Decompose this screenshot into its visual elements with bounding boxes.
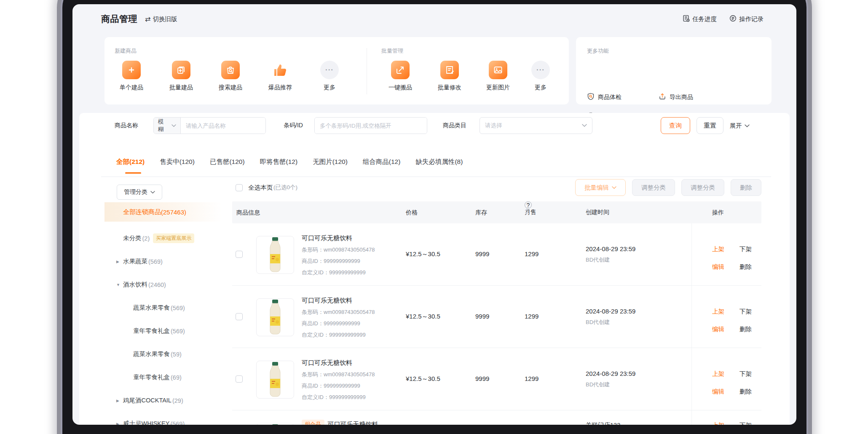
delist-product-link[interactable]: 下架 bbox=[739, 308, 752, 316]
tab-all[interactable]: 全部(212) bbox=[116, 158, 145, 166]
category-count: (569) bbox=[148, 258, 163, 265]
adjust-category-button-1[interactable]: 调整分类 bbox=[632, 179, 675, 196]
reset-button[interactable]: 重置 bbox=[697, 117, 723, 134]
category-name: 童年零食礼盒 bbox=[133, 373, 170, 381]
task-progress-link[interactable]: 任务进度 bbox=[683, 15, 717, 23]
select-all-label: 全选本页 bbox=[248, 184, 273, 192]
delist-product-link[interactable]: 下架 bbox=[739, 421, 752, 425]
product-name[interactable]: 可口可乐无糖饮料 bbox=[328, 421, 378, 425]
delete-product-link[interactable]: 删除 bbox=[739, 263, 752, 271]
sidebar-item-whiskey[interactable]: ▶ 威士忌WHISKEY (569) bbox=[104, 412, 223, 425]
search-button[interactable]: 查询 bbox=[661, 117, 690, 134]
tile-batch-edit[interactable]: 批量修改 bbox=[431, 61, 469, 91]
manage-category-button[interactable]: 管理分类 bbox=[117, 185, 162, 200]
edit-product-link[interactable]: 编辑 bbox=[712, 388, 724, 396]
product-info: 可口可乐无糖饮料 条形码：wm00987430505478 商品ID：99999… bbox=[302, 234, 375, 276]
product-image bbox=[256, 236, 294, 274]
sidebar-item-veg-fruit-snacks-2[interactable]: 蔬菜水果零食 (59) bbox=[104, 343, 223, 366]
sidebar-item-childhood-snack-box-2[interactable]: 童年零食礼盒 (69) bbox=[104, 366, 223, 389]
row-checkbox[interactable] bbox=[236, 313, 243, 320]
switch-old-version-link[interactable]: ⇄ 切换旧版 bbox=[145, 15, 177, 23]
tile-batch-more[interactable]: ··· 更多 bbox=[522, 61, 560, 91]
tab-sold-out[interactable]: 已售罄(120) bbox=[210, 158, 245, 166]
sidebar-item-uncategorized[interactable]: 未分类 (2) 买家端置底展示 bbox=[104, 227, 223, 250]
select-all-checkbox[interactable] bbox=[236, 184, 243, 191]
quick-actions-card: 新建商品 单个建品 批量建品 搜索建品 爆品推荐 ··· 更多 批量管理 一键搬… bbox=[104, 37, 569, 104]
list-product-link[interactable]: 上架 bbox=[712, 421, 724, 425]
product-name[interactable]: 可口可乐无糖饮料 bbox=[302, 297, 375, 305]
sidebar-item-fruits-vegetables[interactable]: ▶ 水果蔬菜 (569) bbox=[104, 250, 223, 273]
tile-label: 单个建品 bbox=[113, 84, 150, 91]
tab-no-image[interactable]: 无图片(120) bbox=[313, 158, 348, 166]
sidebar-item-childhood-snack-box-1[interactable]: 童年零食礼盒 (569) bbox=[104, 319, 223, 343]
product-name-input[interactable] bbox=[181, 118, 265, 134]
delete-button[interactable]: 删除 bbox=[731, 179, 761, 196]
barcode-input[interactable] bbox=[315, 118, 427, 134]
tile-update-images[interactable]: 更新图片 bbox=[479, 61, 517, 91]
custom-id-value: 999999999999 bbox=[329, 394, 366, 400]
barcode-label: 条码/ID bbox=[284, 122, 303, 129]
category-name: 鸡尾酒COCKTAIL bbox=[123, 396, 171, 405]
caret-right-icon[interactable]: ▶ bbox=[116, 399, 123, 403]
caret-right-icon[interactable]: ▶ bbox=[116, 260, 123, 264]
delete-product-link[interactable]: 删除 bbox=[739, 388, 752, 396]
row-checkbox[interactable] bbox=[236, 375, 243, 383]
delete-product-link[interactable]: 删除 bbox=[739, 325, 752, 333]
sidebar-item-all-chain-products[interactable]: 全部连锁商品(257463) bbox=[104, 202, 222, 222]
col-created-wrap: 创建时间 bbox=[586, 201, 609, 223]
product-info: 可口可乐无糖饮料 条形码：wm00987430505478 商品ID：99999… bbox=[302, 297, 375, 339]
delist-product-link[interactable]: 下架 bbox=[739, 370, 752, 378]
caret-down-icon[interactable]: ▼ bbox=[116, 283, 123, 287]
tile-hot-recommend[interactable]: 爆品推荐 bbox=[261, 61, 299, 91]
tile-create-search[interactable]: 搜索建品 bbox=[212, 61, 249, 91]
tile-move-products[interactable]: 一键搬品 bbox=[381, 61, 419, 91]
category-name: 未分类 bbox=[123, 234, 142, 242]
tab-on-sale[interactable]: 售卖中(120) bbox=[160, 158, 195, 166]
sort-icon[interactable] bbox=[586, 201, 589, 223]
sort-icon[interactable] bbox=[525, 201, 528, 223]
tile-label: 一键搬品 bbox=[381, 84, 419, 91]
category-count: (2) bbox=[142, 235, 150, 242]
tile-create-single[interactable]: 单个建品 bbox=[113, 61, 150, 91]
list-product-link[interactable]: 上架 bbox=[712, 370, 724, 378]
custom-id-value: 999999999999 bbox=[329, 332, 366, 338]
product-id-label: 商品ID： bbox=[302, 320, 324, 327]
product-name-input-group: 模糊 bbox=[153, 117, 266, 134]
sidebar-item-veg-fruit-snacks-1[interactable]: 蔬菜水果零食 (569) bbox=[104, 296, 223, 319]
sidebar-item-cocktail[interactable]: ▶ 鸡尾酒COCKTAIL (29) bbox=[104, 389, 223, 412]
product-name-label: 商品名称 bbox=[115, 122, 138, 129]
caret-right-icon[interactable]: ▶ bbox=[116, 422, 123, 425]
tab-combo[interactable]: 组合商品(12) bbox=[363, 158, 401, 166]
tab-almost-sold-out[interactable]: 即将售罄(12) bbox=[260, 158, 298, 166]
more-functions-card: 更多功能 商品体检 导出商品 回收站 bbox=[576, 37, 772, 104]
col-action: 操作 bbox=[712, 201, 724, 223]
category-name: 酒水饮料 bbox=[123, 281, 147, 289]
product-check-link[interactable]: 商品体检 bbox=[587, 93, 622, 102]
col-monthly-wrap: 月售 ? bbox=[525, 201, 536, 223]
category-select[interactable]: 请选择 bbox=[480, 117, 592, 134]
batch-edit-button[interactable]: 批量编辑 bbox=[575, 179, 626, 196]
delist-product-link[interactable]: 下架 bbox=[739, 245, 752, 253]
category-label: 商品类目 bbox=[443, 122, 466, 129]
tile-create-batch[interactable]: 批量建品 bbox=[162, 61, 200, 91]
barcode-field-label: 条形码： bbox=[302, 309, 324, 315]
list-product-link[interactable]: 上架 bbox=[712, 245, 724, 253]
tile-create-more[interactable]: ··· 更多 bbox=[311, 61, 348, 91]
operation-log-link[interactable]: 操作记录 bbox=[729, 15, 764, 23]
match-mode-select[interactable]: 模糊 bbox=[154, 118, 181, 134]
tile-label: 搜索建品 bbox=[212, 84, 249, 91]
product-name[interactable]: 可口可乐无糖饮料 bbox=[302, 359, 375, 367]
edit-product-link[interactable]: 编辑 bbox=[712, 325, 724, 333]
edit-product-link[interactable]: 编辑 bbox=[712, 263, 724, 271]
doc-pencil-icon bbox=[440, 61, 459, 79]
category-tree: 未分类 (2) 买家端置底展示 ▶ 水果蔬菜 (569) ▼ 酒水饮料 (246… bbox=[104, 227, 223, 425]
adjust-category-button-2[interactable]: 调整分类 bbox=[681, 179, 724, 196]
tab-missing-attrs[interactable]: 缺失必填属性(8) bbox=[415, 158, 463, 166]
export-products-link[interactable]: 导出商品 bbox=[659, 93, 693, 102]
sidebar-item-drinks[interactable]: ▼ 酒水饮料 (2460) bbox=[104, 273, 223, 296]
list-product-link[interactable]: 上架 bbox=[712, 308, 724, 316]
row-checkbox[interactable] bbox=[236, 251, 243, 258]
expand-filters-link[interactable]: 展开 bbox=[730, 122, 750, 130]
product-name[interactable]: 可口可乐无糖饮料 bbox=[302, 234, 375, 242]
created-by: BD代创建 bbox=[586, 256, 635, 264]
